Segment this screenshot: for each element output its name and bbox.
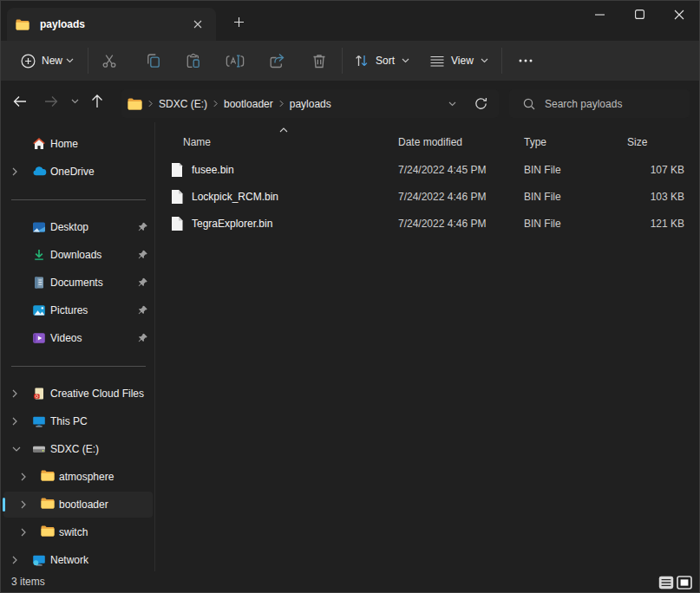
tab-close-icon[interactable] [188,15,207,34]
file-list: Name Date modified Type Size fusee.bin 7… [157,122,699,571]
more-options-button[interactable] [512,46,540,75]
refresh-button[interactable] [474,97,487,110]
view-button-label: View [451,55,474,67]
delete-button[interactable] [302,46,337,75]
titlebar: payloads [1,1,699,41]
address-dropdown-chevron[interactable] [448,101,456,107]
sidebar-item-documents[interactable]: Documents [3,270,153,296]
videos-icon [32,331,46,345]
file-icon [171,216,183,231]
share-icon [268,53,286,69]
column-header-name[interactable]: Name [183,136,211,148]
sidebar-item-downloads[interactable]: Downloads [3,242,153,268]
pin-icon [137,305,148,316]
new-button-label: New [42,55,62,67]
chevron-right-icon[interactable] [21,528,26,537]
view-button[interactable]: View [430,46,488,75]
breadcrumb-chevron-icon [148,100,153,108]
rename-button[interactable] [218,46,252,75]
breadcrumb-segment-payloads[interactable]: payloads [290,98,331,110]
paste-button[interactable] [176,46,211,75]
file-row-lockpick[interactable]: Lockpick_RCM.bin 7/24/2022 4:46 PM BIN F… [157,183,699,210]
documents-icon [32,276,46,290]
ellipsis-icon [519,59,533,62]
details-view-button[interactable] [658,575,674,590]
forward-button[interactable] [44,95,58,108]
chevron-right-icon[interactable] [21,500,26,509]
chevron-right-icon[interactable] [12,556,17,564]
paste-icon [185,52,202,69]
this-pc-icon [32,414,46,428]
recent-locations-chevron[interactable] [71,99,79,104]
sort-button[interactable]: Sort [354,46,409,75]
pin-icon [137,250,148,261]
cut-button[interactable] [92,46,127,75]
copy-button[interactable] [136,46,171,75]
folder-icon [41,525,55,539]
address-bar[interactable]: SDXC (E:) bootloader payloads [121,89,499,118]
search-placeholder: Search payloads [545,98,622,110]
sidebar-item-creative-cloud-files[interactable]: Creative Cloud Files [3,381,153,407]
toolbar-separator [88,48,88,74]
minimize-button[interactable] [579,1,619,28]
sidebar-item-desktop[interactable]: Desktop [3,214,153,240]
sidebar-separator [1,186,154,212]
share-button[interactable] [259,46,294,75]
pin-icon [137,222,148,233]
folder-icon [41,498,55,512]
toolbar-separator [342,48,343,74]
file-row-tegraexplorer[interactable]: TegraExplorer.bin 7/24/2022 4:46 PM BIN … [157,210,699,237]
sidebar-item-home[interactable]: Home [3,131,153,157]
chevron-down-icon [481,58,488,63]
close-button[interactable] [659,1,699,28]
view-icon [430,55,444,67]
chevron-down-icon[interactable] [12,446,21,452]
breadcrumb-chevron-icon [279,100,284,108]
sidebar-item-sdxc[interactable]: SDXC (E:) [3,436,153,462]
pictures-icon [32,303,46,317]
rename-icon [226,53,245,69]
column-header-type[interactable]: Type [524,136,546,148]
new-tab-button[interactable] [227,10,250,33]
breadcrumb-segment-drive[interactable]: SDXC (E:) [159,98,207,110]
back-button[interactable] [13,95,27,108]
tab-payloads[interactable]: payloads [7,8,216,41]
chevron-down-icon [402,58,409,63]
sidebar-item-pictures[interactable]: Pictures [3,297,153,323]
status-bar: 3 items [1,571,699,592]
up-button[interactable] [91,94,103,108]
copy-icon [145,52,162,69]
new-button[interactable]: New [12,46,82,75]
onedrive-icon [32,165,46,179]
drive-icon [32,442,46,456]
pin-icon [137,277,148,289]
home-icon [32,137,46,151]
large-icons-view-button[interactable] [677,575,692,590]
column-header-date[interactable]: Date modified [398,136,462,148]
chevron-right-icon[interactable] [12,417,17,426]
navigation-bar: SDXC (E:) bootloader payloads Search pay… [1,81,699,122]
sidebar-item-onedrive[interactable]: OneDrive [3,159,153,185]
sidebar-item-this-pc[interactable]: This PC [3,408,153,434]
folder-icon [128,98,142,110]
sidebar-item-switch[interactable]: switch [3,519,153,545]
sidebar-item-bootloader[interactable]: bootloader [3,492,153,518]
chevron-right-icon[interactable] [21,472,26,481]
sidebar-item-videos[interactable]: Videos [3,325,153,351]
sidebar-item-network[interactable]: Network [3,547,153,573]
window-controls [579,1,699,28]
file-row-fusee[interactable]: fusee.bin 7/24/2022 4:45 PM BIN File 107… [157,156,699,183]
creative-cloud-icon [32,387,46,401]
search-input[interactable]: Search payloads [509,89,690,118]
folder-icon [16,19,29,30]
chevron-right-icon[interactable] [12,167,17,176]
maximize-button[interactable] [619,1,659,28]
trash-icon [311,52,328,69]
breadcrumb-segment-bootloader[interactable]: bootloader [224,98,273,110]
column-header-size[interactable]: Size [627,136,647,148]
pin-icon [137,333,148,344]
chevron-right-icon[interactable] [12,389,17,398]
network-icon [32,553,46,567]
tab-title: payloads [40,18,85,30]
sidebar-item-atmosphere[interactable]: atmosphere [3,464,153,490]
